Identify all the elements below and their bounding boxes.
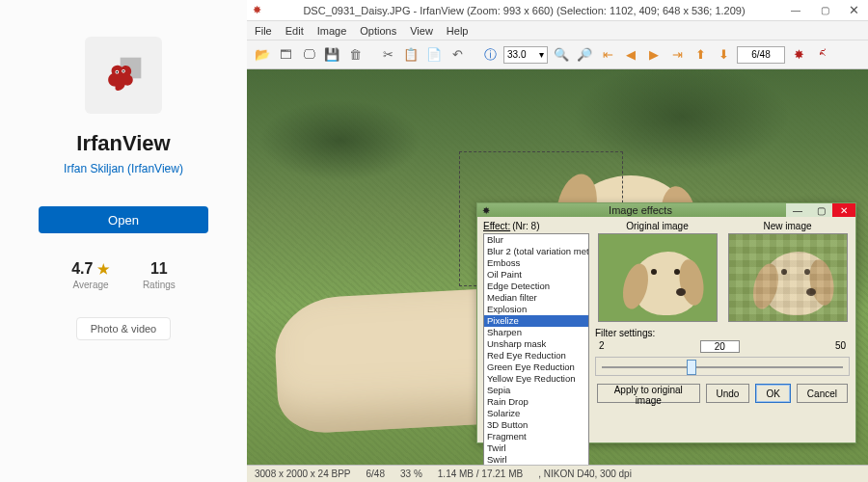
ok-button[interactable]: OK xyxy=(755,384,790,403)
status-index: 6/48 xyxy=(366,469,385,479)
status-filesize: 1.14 MB / 17.21 MB xyxy=(438,469,523,479)
effect-item[interactable]: Twirl xyxy=(484,442,588,454)
dialog-titlebar[interactable]: ✸ Image effects — ▢ ✕ xyxy=(477,203,855,217)
status-zoom: 33 % xyxy=(400,469,422,479)
minimize-button[interactable]: — xyxy=(781,2,810,19)
effect-item[interactable]: Rain Drop xyxy=(484,396,588,408)
apply-to-original-button[interactable]: Apply to original image xyxy=(597,384,700,403)
menu-view[interactable]: View xyxy=(410,25,433,37)
maximize-button[interactable]: ▢ xyxy=(810,2,839,19)
prev-icon[interactable]: ◀ xyxy=(621,45,640,65)
statusbar: 3008 x 2000 x 24 BPP 6/48 33 % 1.14 MB /… xyxy=(247,465,868,482)
image-index-field[interactable]: 6/48 xyxy=(737,46,785,64)
effect-item[interactable]: Pixelize xyxy=(484,315,588,327)
slider-value-field[interactable]: 20 xyxy=(700,340,740,353)
next-dir-icon[interactable]: ⬇ xyxy=(714,45,733,65)
store-panel: IrfanView Irfan Skiljan (IrfanView) Open… xyxy=(0,0,247,482)
copy-icon[interactable]: 📋 xyxy=(401,45,420,65)
menu-help[interactable]: Help xyxy=(447,25,469,37)
app-splat-icon: ✸ xyxy=(253,4,261,16)
delete-icon[interactable]: 🗑 xyxy=(345,45,365,65)
effect-item[interactable]: Unsharp mask xyxy=(484,338,588,350)
prev-dir-icon[interactable]: ⬆ xyxy=(691,45,710,65)
about-splat-icon[interactable]: ✸ xyxy=(789,45,808,65)
effect-item[interactable]: Oil Paint xyxy=(484,269,588,281)
effect-item[interactable]: Green Eye Reduction xyxy=(484,362,588,373)
effect-item[interactable]: Swirl xyxy=(484,454,588,465)
app-publisher[interactable]: Irfan Skiljan (IrfanView) xyxy=(64,162,183,175)
effect-item[interactable]: Emboss xyxy=(484,257,588,269)
ratings-count-label: Ratings xyxy=(143,280,176,290)
zoom-out-icon[interactable]: 🔍 xyxy=(552,45,571,65)
slider-max: 50 xyxy=(835,340,846,353)
effect-label: Effect: (Nr: 8) xyxy=(483,221,589,231)
ratings-count-value: 11 xyxy=(143,260,176,278)
svg-point-3 xyxy=(117,71,119,73)
menubar: File Edit Image Options View Help xyxy=(247,21,868,40)
info-icon[interactable]: ⓘ xyxy=(480,45,500,65)
next-page-icon[interactable]: ⇥ xyxy=(667,45,687,65)
open-button[interactable]: Open xyxy=(39,206,208,233)
undo-icon[interactable]: ↶ xyxy=(448,45,467,65)
slider-min: 2 xyxy=(599,340,605,353)
effect-item[interactable]: Sharpen xyxy=(484,327,588,338)
dialog-minimize-button[interactable]: — xyxy=(786,203,809,217)
stats-row: 4.7 ★ Average 11 Ratings xyxy=(71,260,176,290)
original-preview xyxy=(598,233,718,322)
effect-item[interactable]: Blur xyxy=(484,234,588,246)
effect-item[interactable]: Explosion xyxy=(484,304,588,315)
thumbnails-icon[interactable]: 🗔 xyxy=(276,45,295,65)
rating-value: 4.7 xyxy=(71,260,93,277)
paste-icon[interactable]: 📄 xyxy=(424,45,444,65)
image-canvas[interactable]: ✸ Image effects — ▢ ✕ Effect: (Nr: 8) Bl… xyxy=(247,69,868,465)
rating-stat[interactable]: 4.7 ★ Average xyxy=(71,260,110,290)
slideshow-icon[interactable]: 🖵 xyxy=(299,45,318,65)
cancel-button[interactable]: Cancel xyxy=(797,384,848,403)
next-icon[interactable]: ▶ xyxy=(644,45,664,65)
menu-edit[interactable]: Edit xyxy=(285,25,304,37)
undo-button[interactable]: Undo xyxy=(706,384,750,403)
ratings-count-stat[interactable]: 11 Ratings xyxy=(143,260,176,290)
rating-label: Average xyxy=(71,280,110,290)
open-icon[interactable]: 📂 xyxy=(253,45,272,65)
app-icon-tile xyxy=(85,37,162,114)
filter-slider[interactable] xyxy=(595,357,850,376)
about-cat-icon[interactable]: ཛ xyxy=(812,45,831,65)
filter-settings-label: Filter settings: xyxy=(595,328,850,338)
dialog-close-button[interactable]: ✕ xyxy=(832,203,855,217)
prev-page-icon[interactable]: ⇤ xyxy=(598,45,617,65)
close-button[interactable]: ✕ xyxy=(839,2,868,19)
menu-options[interactable]: Options xyxy=(360,25,396,37)
dialog-title: Image effects xyxy=(495,204,786,216)
cut-icon[interactable]: ✂ xyxy=(378,45,397,65)
menu-file[interactable]: File xyxy=(255,25,272,37)
effect-item[interactable]: Median filter xyxy=(484,292,588,304)
effects-listbox[interactable]: BlurBlur 2 (total variation method)Embos… xyxy=(483,233,589,465)
original-image-label: Original image xyxy=(626,221,688,231)
image-effects-dialog: ✸ Image effects — ▢ ✕ Effect: (Nr: 8) Bl… xyxy=(476,202,856,443)
save-icon[interactable]: 💾 xyxy=(322,45,341,65)
effect-item[interactable]: Fragment xyxy=(484,431,588,442)
new-preview xyxy=(728,233,848,322)
zoom-in-icon[interactable]: 🔎 xyxy=(575,45,594,65)
slider-thumb[interactable] xyxy=(687,360,696,375)
effect-item[interactable]: Edge Detection xyxy=(484,281,588,292)
window-title: DSC_0931_Daisy.JPG - IrfanView (Zoom: 99… xyxy=(267,5,781,16)
effect-item[interactable]: Yellow Eye Reduction xyxy=(484,373,588,385)
effect-item[interactable]: Sepia xyxy=(484,385,588,396)
menu-image[interactable]: Image xyxy=(317,25,347,37)
category-badge[interactable]: Photo & video xyxy=(76,317,172,340)
effect-item[interactable]: 3D Button xyxy=(484,419,588,431)
app-name: IrfanView xyxy=(76,131,170,156)
status-camera: , NIKON D40, 300 dpi xyxy=(538,469,632,479)
irfanview-splat-icon xyxy=(99,51,148,99)
dialog-maximize-button[interactable]: ▢ xyxy=(809,203,832,217)
titlebar: ✸ DSC_0931_Daisy.JPG - IrfanView (Zoom: … xyxy=(247,0,868,21)
status-dimensions: 3008 x 2000 x 24 BPP xyxy=(255,469,351,479)
svg-point-4 xyxy=(122,70,124,72)
effect-item[interactable]: Blur 2 (total variation method) xyxy=(484,246,588,257)
effect-item[interactable]: Solarize xyxy=(484,408,588,419)
chevron-down-icon: ▾ xyxy=(539,49,544,60)
effect-item[interactable]: Red Eye Reduction xyxy=(484,350,588,362)
zoom-select[interactable]: 33.0▾ xyxy=(503,46,548,64)
